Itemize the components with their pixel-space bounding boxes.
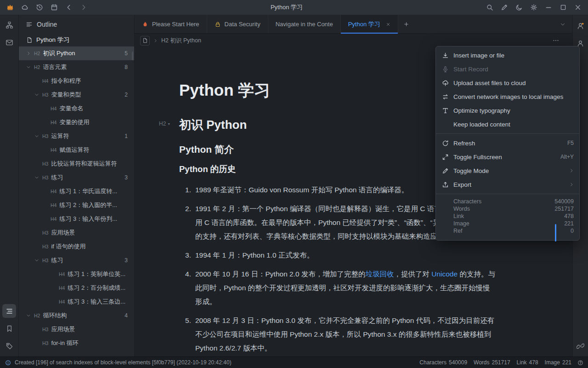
maximize-icon[interactable]	[560, 4, 567, 11]
document-icon	[26, 37, 33, 43]
menu-item-export[interactable]: Export	[436, 178, 579, 191]
new-tab-button[interactable]	[398, 15, 415, 33]
menu-item-label: Optimize typography	[453, 107, 574, 114]
sitemap-icon[interactable]	[2, 18, 16, 32]
scrollbar-thumb[interactable]	[555, 224, 556, 242]
menu-item-convert-network-images-to-local-images[interactable]: Convert network images to local images	[436, 90, 579, 104]
tag-icon[interactable]	[2, 339, 16, 353]
cloud-icon[interactable]	[21, 4, 28, 11]
moon-icon[interactable]	[515, 4, 523, 11]
chevron-right-icon[interactable]	[80, 4, 87, 11]
outline-item-label: 比较运算符和逻辑运算符	[51, 160, 117, 168]
menu-item-toggle-fullscreen[interactable]: Toggle FullscreenAlt+Y	[436, 150, 579, 164]
more-options-icon[interactable]	[552, 37, 567, 44]
outline-item[interactable]: H4练习 1：英制单位英...	[19, 267, 134, 281]
outline-item[interactable]: H2初识 Python5	[19, 46, 134, 60]
menu-item-refresh[interactable]: RefreshF5	[436, 136, 579, 150]
flame-icon	[142, 21, 148, 28]
outline-item-label: 赋值运算符	[59, 146, 89, 154]
document-chip[interactable]	[140, 36, 150, 46]
inline-link[interactable]: 垃圾回收	[365, 270, 394, 278]
tab-close-icon[interactable]	[386, 22, 390, 27]
list-item-number: 1.	[179, 183, 191, 197]
app-logo-icon[interactable]	[6, 4, 14, 11]
menu-stat-label: Ref	[453, 227, 462, 235]
tab-navigate-in-the-conte[interactable]: Navigate in the Conte	[268, 15, 341, 33]
menu-item-label: Upload asset files to cloud	[453, 80, 574, 86]
mail-icon[interactable]	[2, 35, 16, 49]
gear-icon[interactable]	[530, 4, 537, 11]
chevron-down-icon[interactable]	[34, 175, 42, 180]
heading-tag: H3	[42, 258, 48, 263]
close-icon[interactable]	[574, 4, 582, 11]
user-badge-icon[interactable]	[574, 19, 588, 33]
chevron-down-icon[interactable]	[26, 313, 34, 318]
outline-root-item[interactable]: Python 学习	[19, 34, 134, 46]
outline-item[interactable]: H4变量命名	[19, 102, 134, 115]
outline-item[interactable]: H3for-in 循环	[19, 336, 134, 350]
outline-item[interactable]: H3比较运算符和逻辑运算符	[19, 157, 134, 171]
outline-item[interactable]: H3应用场景	[19, 226, 134, 240]
outline-item[interactable]: H3运算符1	[19, 129, 134, 143]
outline-item[interactable]: H4练习 3：输入三条边...	[19, 295, 134, 309]
minimize-icon[interactable]	[545, 4, 552, 11]
menu-stat-label: Image	[453, 220, 469, 227]
outline-item[interactable]: H4练习 2：输入圆的半...	[19, 198, 134, 212]
status-stat: Image221	[545, 359, 571, 366]
chevron-left-icon[interactable]	[65, 4, 73, 11]
tab-python[interactable]: Python 学习	[341, 15, 398, 33]
outline-icon[interactable]	[2, 304, 16, 318]
outline-item[interactable]: H3if 语句的使用	[19, 240, 134, 253]
help-icon[interactable]	[577, 360, 583, 366]
list-item-text: 2000 年 10 月 16 日：Python 2.0 发布，增加了完整的垃圾回…	[195, 267, 495, 309]
outline-item[interactable]: H3应用场景	[19, 322, 134, 336]
tab-data-security[interactable]: Data Security	[207, 15, 268, 33]
menu-shortcut: Alt+Y	[560, 154, 574, 160]
outline-item[interactable]: H4练习 2：百分制成绩...	[19, 281, 134, 295]
menu-item-upload-asset-files-to-cloud[interactable]: Upload asset files to cloud	[436, 76, 579, 90]
history-icon[interactable]	[36, 4, 43, 11]
chevron-down-icon[interactable]	[26, 65, 34, 69]
outline-item[interactable]: H2循环结构4	[19, 309, 134, 322]
tab-list-button[interactable]	[553, 15, 572, 33]
pencil-icon	[441, 167, 449, 174]
left-dock-bottom	[2, 304, 16, 353]
sidebar-scrollbar-thumb[interactable]	[132, 52, 133, 60]
text-run: 1989 年圣诞节：Guido von Rossum 开始写 Python 语言…	[195, 186, 408, 194]
calendar-icon[interactable]	[51, 4, 58, 11]
outline-item[interactable]: H2语言元素8	[19, 60, 134, 74]
outline-item[interactable]: H4赋值运算符	[19, 143, 134, 157]
heading-tag: H3	[42, 340, 48, 346]
pencil-icon[interactable]	[501, 4, 508, 11]
status-stat-label: Link	[517, 359, 527, 366]
status-stat: Words251717	[474, 359, 510, 366]
menu-separator	[436, 194, 579, 194]
chevron-right-icon[interactable]	[26, 51, 34, 56]
titlebar-right-icons	[480, 4, 588, 11]
menu-item-toggle-mode[interactable]: Toggle Mode	[436, 164, 579, 178]
tabs: Please Start HereData SecurityNavigate i…	[135, 15, 398, 33]
outline-item[interactable]: H4练习 3：输入年份判...	[19, 212, 134, 226]
chevron-down-icon[interactable]	[34, 92, 42, 97]
menu-stat-value: 221	[564, 220, 574, 227]
inline-link[interactable]: Unicode	[431, 270, 458, 278]
list-item-number: 2.	[179, 202, 191, 243]
bookmark-icon[interactable]	[2, 322, 16, 335]
menu-item-keep-loaded-content[interactable]: Keep loaded content	[436, 117, 579, 131]
outline-item[interactable]: H3变量和类型2	[19, 88, 134, 102]
link-icon[interactable]	[574, 339, 588, 353]
breadcrumb-path[interactable]: H2 初识 Python	[161, 37, 201, 45]
outline-item[interactable]: H3练习3	[19, 171, 134, 184]
outline-item[interactable]: H4练习 1：华氏温度转...	[19, 184, 134, 198]
heading-collapse-control[interactable]: H2 ▼	[159, 121, 170, 127]
menu-item-optimize-typography[interactable]: Optimize typography	[436, 104, 579, 117]
outline-item[interactable]: H4变量的使用	[19, 115, 134, 129]
search-icon[interactable]	[486, 4, 493, 11]
chevron-down-icon[interactable]	[34, 134, 42, 138]
tab-please-start-here[interactable]: Please Start Here	[135, 15, 207, 33]
chevron-down-icon[interactable]	[34, 258, 42, 263]
breadcrumb: H2 初识 Python	[135, 34, 572, 47]
outline-item[interactable]: H4指令和程序	[19, 74, 134, 88]
outline-item[interactable]: H3练习3	[19, 253, 134, 267]
menu-item-insert-image-or-file[interactable]: Insert image or file	[436, 48, 579, 62]
